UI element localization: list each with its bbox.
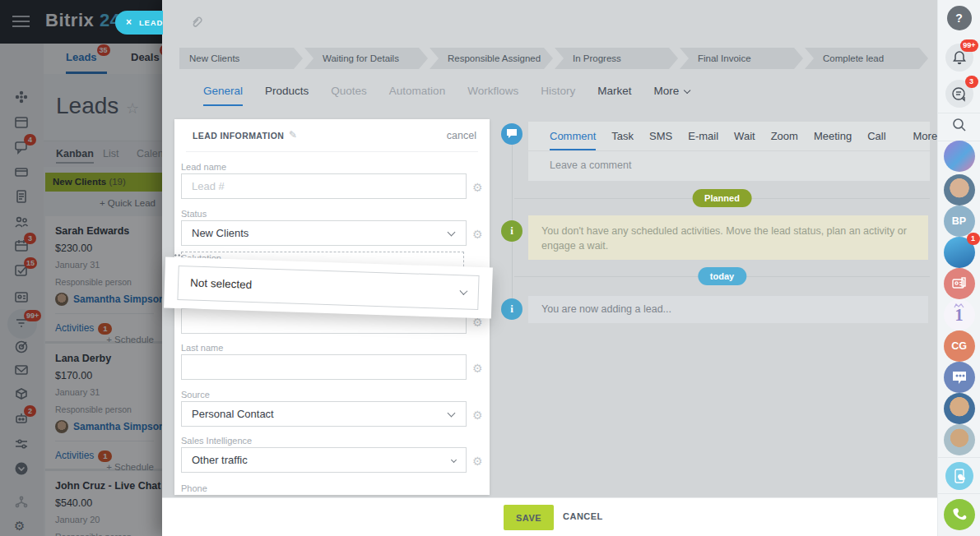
- activity-editor-panel: Comment Task SMS E-mail Wait Zoom Meetin…: [528, 122, 930, 181]
- field-settings-gear-icon[interactable]: ⚙: [472, 455, 483, 468]
- tab-automation[interactable]: Automation: [389, 85, 445, 106]
- cancel-button[interactable]: CANCEL: [563, 511, 603, 521]
- tab-workflows[interactable]: Workflows: [467, 85, 518, 106]
- today-badge: today: [698, 267, 746, 285]
- lead-information-form: LEAD INFORMATION ✎ cancel Lead name ⚙ St…: [174, 119, 490, 495]
- modal-dim-overlay[interactable]: [0, 0, 162, 536]
- activity-tab-call[interactable]: Call: [867, 130, 885, 150]
- status-label: Status: [181, 209, 207, 219]
- planned-badge: Planned: [692, 189, 752, 207]
- divider: [938, 493, 980, 494]
- pipeline-stage-bar: New Clients Waiting for Details Responsi…: [179, 48, 928, 69]
- sales-intelligence-value: Other traffic: [192, 454, 248, 466]
- last-name-input[interactable]: [181, 354, 467, 380]
- status-value: New Clients: [192, 227, 248, 239]
- mobile-app-button[interactable]: [945, 462, 973, 490]
- birthday-number: 1: [955, 306, 964, 324]
- avatar[interactable]: [944, 174, 975, 206]
- chevron-down-icon: [448, 409, 456, 418]
- form-section-title: LEAD INFORMATION: [193, 131, 284, 141]
- activity-tab-meeting[interactable]: Meeting: [814, 130, 852, 150]
- timeline-divider: Planned: [514, 198, 930, 199]
- birthday-avatar[interactable]: 1: [944, 299, 975, 330]
- sales-intelligence-select[interactable]: Other traffic: [181, 447, 467, 473]
- field-settings-gear-icon[interactable]: ⚙: [472, 362, 483, 375]
- divider: [938, 113, 980, 113]
- chevron-down-icon: [460, 287, 468, 295]
- lead-slider-panel: New Clients Waiting for Details Responsi…: [162, 0, 937, 536]
- timeline-divider: today: [514, 276, 930, 277]
- activity-tab-task[interactable]: Task: [611, 130, 634, 150]
- notifications-button[interactable]: 99+: [945, 44, 973, 72]
- stage-final-invoice[interactable]: Final Invoice: [680, 48, 803, 69]
- activity-tab-strip: Comment Task SMS E-mail Wait Zoom Meetin…: [528, 122, 930, 151]
- avatar[interactable]: [944, 393, 975, 424]
- field-settings-gear-icon[interactable]: ⚙: [472, 181, 483, 194]
- avatar[interactable]: [944, 141, 975, 172]
- tab-quotes[interactable]: Quotes: [331, 85, 367, 106]
- tab-market[interactable]: Market: [597, 85, 631, 106]
- tab-general[interactable]: General: [203, 85, 243, 106]
- activity-tab-sms[interactable]: SMS: [649, 130, 672, 150]
- bitrix24-app: Bitrix 24 4 3 15 99+ 2 ⚙ + Leads35: [0, 0, 980, 536]
- contact-card-avatar[interactable]: [944, 268, 975, 299]
- avatar[interactable]: [944, 424, 975, 455]
- form-cancel-link[interactable]: cancel: [447, 130, 476, 141]
- comment-input[interactable]: Leave a comment: [528, 151, 930, 171]
- activity-tab-email[interactable]: E-mail: [688, 130, 718, 150]
- avatar-initials[interactable]: CG: [944, 330, 975, 362]
- lead-tag-label: LEAD: [139, 18, 163, 27]
- comment-bubble-icon: [501, 123, 523, 145]
- stage-in-progress[interactable]: In Progress: [555, 48, 678, 69]
- edit-pencil-icon[interactable]: ✎: [289, 129, 297, 141]
- help-icon: ?: [955, 12, 963, 25]
- messenger-badge: 3: [965, 76, 978, 88]
- no-activities-notice: You don't have any scheduled activities.…: [528, 215, 928, 260]
- avatar-initials[interactable]: BP: [944, 206, 975, 237]
- source-select[interactable]: Personal Contact: [181, 401, 467, 427]
- slider-footer: SAVE CANCEL: [162, 497, 937, 536]
- tab-more[interactable]: More: [653, 85, 688, 106]
- source-value: Personal Contact: [192, 408, 274, 420]
- salutation-value: Not selected: [190, 276, 253, 290]
- sales-intelligence-label: Sales Intelligence: [181, 436, 252, 446]
- salutation-field-dragging[interactable]: Not selected: [164, 256, 493, 318]
- tab-history[interactable]: History: [541, 85, 575, 106]
- chevron-down-icon: [684, 87, 690, 94]
- tab-products[interactable]: Products: [265, 85, 309, 106]
- save-button[interactable]: SAVE: [504, 505, 554, 530]
- activity-tab-zoom[interactable]: Zoom: [771, 130, 798, 150]
- stage-complete-lead[interactable]: Complete lead: [805, 48, 928, 69]
- phone-label: Phone: [181, 483, 207, 493]
- messenger-button[interactable]: 3: [945, 80, 973, 108]
- copy-link-icon[interactable]: [190, 15, 205, 30]
- divider: [938, 457, 980, 458]
- info-icon: i: [501, 298, 523, 320]
- chevron-down-icon: [448, 229, 456, 237]
- activity-tab-wait[interactable]: Wait: [734, 130, 755, 150]
- field-settings-gear-icon[interactable]: ⚙: [472, 409, 483, 422]
- field-settings-gear-icon[interactable]: ⚙: [472, 228, 483, 241]
- help-button[interactable]: ?: [947, 6, 972, 30]
- notifications-badge: 99+: [960, 39, 978, 52]
- lead-name-input[interactable]: [181, 173, 467, 199]
- lead-name-label: Lead name: [181, 162, 226, 172]
- last-name-label: Last name: [181, 343, 223, 353]
- group-chat-avatar[interactable]: [944, 362, 975, 393]
- search-icon[interactable]: [950, 117, 968, 135]
- activity-tab-comment[interactable]: Comment: [550, 130, 596, 150]
- right-toolbar: ? 99+ 3 BP 1 1 CG: [937, 0, 980, 536]
- salutation-select[interactable]: Not selected: [177, 266, 479, 310]
- close-icon[interactable]: ×: [126, 16, 132, 28]
- stage-new-clients[interactable]: New Clients: [179, 48, 303, 69]
- detail-tab-strip: General Products Quotes Automation Workf…: [203, 85, 688, 106]
- avatar-initials-text: CG: [951, 340, 967, 352]
- telephony-button[interactable]: [944, 499, 975, 530]
- source-label: Source: [181, 390, 210, 400]
- open-slider-tag[interactable]: × LEAD: [115, 11, 163, 35]
- avatar[interactable]: 1: [944, 237, 975, 268]
- avatar-badge: 1: [967, 233, 980, 245]
- stage-waiting-for-details[interactable]: Waiting for Details: [304, 48, 428, 69]
- stage-responsible-assigned[interactable]: Responsible Assigned: [430, 48, 553, 69]
- status-select[interactable]: New Clients: [181, 220, 467, 246]
